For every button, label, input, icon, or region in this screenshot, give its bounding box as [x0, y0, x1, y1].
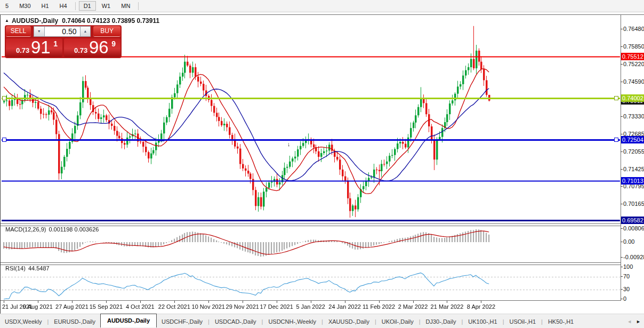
bid-price-pip: 1 — [53, 39, 58, 48]
chart-tab-hk50-h1[interactable]: HK50-,H1 — [543, 316, 578, 327]
toolbar-separator — [75, 2, 76, 10]
rsi-axis-label: 100 — [623, 263, 633, 270]
sell-button[interactable]: SELL — [6, 26, 31, 37]
date-axis-label: 17 Dec 2021 — [260, 303, 293, 310]
timeframe-button-d1[interactable]: D1 — [79, 1, 96, 11]
date-axis-tick — [481, 301, 481, 303]
hline-drag-handle[interactable] — [2, 138, 6, 142]
chart-tab-audusd-daily[interactable]: AUDUSD-,Daily — [100, 314, 157, 327]
date-axis-tick — [413, 301, 414, 303]
price-axis-label: 0.75850 — [623, 43, 644, 50]
timeframe-toolbar: 5M30H1H4D1W1MN — [0, 0, 644, 12]
chart-ohlc-values: 0.74064 0.74123 0.73895 0.73911 — [62, 17, 159, 25]
timeframe-button-5[interactable]: 5 — [1, 1, 13, 11]
price-axis-tag: 0.71013 — [621, 177, 644, 185]
down-arrow-marker[interactable]: ↓ — [287, 141, 291, 147]
ask-price-display: 0.73 96 9 — [64, 38, 120, 57]
price-axis-tag: 0.75512 — [621, 53, 644, 60]
date-axis-label: 27 Aug 2021 — [55, 303, 88, 310]
date-axis-tick — [277, 301, 277, 303]
rsi-axis-label: 0 — [623, 295, 626, 302]
date-axis-tick — [379, 301, 380, 303]
ask-price-prefix: 0.73 — [74, 46, 87, 54]
date-axis-tick — [4, 301, 4, 303]
price-axis-label: 0.75220 — [623, 61, 644, 68]
volume-decrease-button[interactable]: ▼ — [34, 26, 45, 37]
date-axis-tick — [106, 301, 107, 303]
hline-drag-handle[interactable] — [614, 96, 618, 100]
rsi-axis-label: 70 — [623, 273, 630, 280]
date-axis-tick — [243, 301, 243, 303]
toolbar-separator — [138, 2, 139, 10]
timeframe-button-mn[interactable]: MN — [116, 1, 135, 11]
chart-tab-usdcnh-weekly[interactable]: USDCNH-,Weekly — [263, 316, 321, 327]
date-axis-label: 22 Oct 2021 — [158, 303, 190, 310]
price-axis-label: 0.73330 — [623, 113, 644, 120]
hline-drag-handle[interactable] — [614, 138, 618, 142]
rsi-axis-label: 30 — [623, 286, 630, 293]
date-axis-label: 11 Feb 2022 — [363, 303, 395, 310]
price-axis-label: 0.72055 — [623, 148, 644, 155]
date-axis-label: 5 Jan 2022 — [296, 303, 325, 310]
chart-tab-usoil-h1[interactable]: USOil-,H1 — [505, 316, 541, 327]
rsi-indicator-label: RSI(14)44.5487 — [5, 265, 50, 271]
date-axis-tick — [174, 301, 175, 303]
chart-tab-uk100-h1[interactable]: UK100-,H1 — [463, 316, 502, 327]
bid-price-display: 0.73 91 1 — [6, 38, 62, 57]
chart-tab-eurusd-daily[interactable]: EURUSD-,Daily — [49, 316, 100, 327]
chart-tab-usdx-weekly[interactable]: USDX,Weekly — [0, 316, 46, 327]
chart-tab-ukoil-daily[interactable]: UKOil-,Daily — [377, 316, 418, 327]
chart-tab-xauusd-daily[interactable]: XAUUSD-,Daily — [324, 316, 374, 327]
date-axis-tick — [311, 301, 311, 303]
tab-scroll-left-icon[interactable]: ◄ — [627, 319, 632, 324]
macd-indicator-label: MACD(12,26,9)0.001198 0.003626 — [5, 226, 99, 233]
price-axis-label: 0.71425 — [623, 166, 644, 173]
date-axis-tick — [140, 301, 141, 303]
volume-increase-button[interactable]: ▲ — [80, 26, 91, 37]
date-axis-label: 21 Mar 2022 — [431, 303, 464, 310]
chart-symbol-label: AUDUSD-,Daily — [12, 17, 58, 25]
macd-axis-label: 0.008061 — [623, 225, 644, 232]
one-click-trade-panel: SELL ▼ ▲ BUY 0.73 91 1 0.73 96 9 — [5, 25, 122, 58]
tab-scroll-right-icon[interactable]: ► — [636, 319, 641, 324]
date-axis-label: 29 Nov 2021 — [226, 303, 259, 310]
chart-window: ▲AUDUSD-,Daily0.74064 0.74123 0.73895 0.… — [0, 14, 644, 314]
date-axis-label: 24 Jan 2022 — [328, 303, 361, 310]
date-axis-tick — [447, 301, 447, 303]
timeframe-button-h4[interactable]: H4 — [55, 1, 72, 11]
date-axis-label: 8 Apr 2022 — [467, 303, 495, 310]
timeframe-button-h1[interactable]: H1 — [37, 1, 54, 11]
price-axis-label: 0.70165 — [623, 201, 644, 207]
buy-button[interactable]: BUY — [93, 26, 120, 37]
chart-tab-usdcad-daily[interactable]: USDCAD-,Daily — [210, 316, 261, 327]
macd-axis-label: 0.00 — [623, 238, 634, 245]
pane-splitter[interactable] — [1, 262, 621, 265]
chart-tab-dj30-daily[interactable]: DJ30-,Daily — [421, 316, 461, 327]
hline-drag-handle[interactable] — [2, 96, 6, 100]
bid-price-prefix: 0.73 — [16, 46, 29, 54]
date-axis-label: 9 Aug 2021 — [23, 303, 53, 310]
price-axis-tag: 0.72504 — [621, 136, 644, 143]
date-axis-tick — [72, 301, 73, 303]
collapse-panel-icon[interactable]: ▲ — [5, 18, 9, 23]
date-axis-tick — [208, 301, 209, 303]
volume-input[interactable] — [45, 26, 80, 37]
chart-title: ▲AUDUSD-,Daily0.74064 0.74123 0.73895 0.… — [5, 17, 159, 25]
price-axis-label: 0.74590 — [623, 78, 644, 85]
chart-tab-usdchf-daily[interactable]: USDCHF-,Daily — [157, 316, 207, 327]
date-axis-tick — [345, 301, 345, 303]
chart-tab-bar: USDX,Weekly|EURUSD-,DailyAUDUSD-,DailyUS… — [0, 314, 644, 328]
price-axis-tag: 0.74002 — [621, 94, 644, 102]
ask-price-pip: 9 — [111, 39, 116, 48]
trading-platform-window: { "toolbar": { "items": ["5", "M30", "H1… — [0, 0, 644, 328]
timeframe-button-m30[interactable]: M30 — [14, 1, 35, 11]
timeframe-button-w1[interactable]: W1 — [97, 1, 116, 11]
date-axis-label: 10 Nov 2021 — [192, 303, 225, 310]
date-axis-label: 2 Mar 2022 — [398, 303, 428, 310]
date-axis-label: 15 Sep 2021 — [90, 303, 123, 310]
date-axis-tick — [38, 301, 38, 303]
price-axis-tag: 0.69582 — [621, 217, 644, 224]
bid-price-big: 91 — [31, 37, 51, 58]
price-axis-label: 0.76480 — [623, 26, 644, 33]
ask-price-big: 96 — [89, 37, 109, 58]
